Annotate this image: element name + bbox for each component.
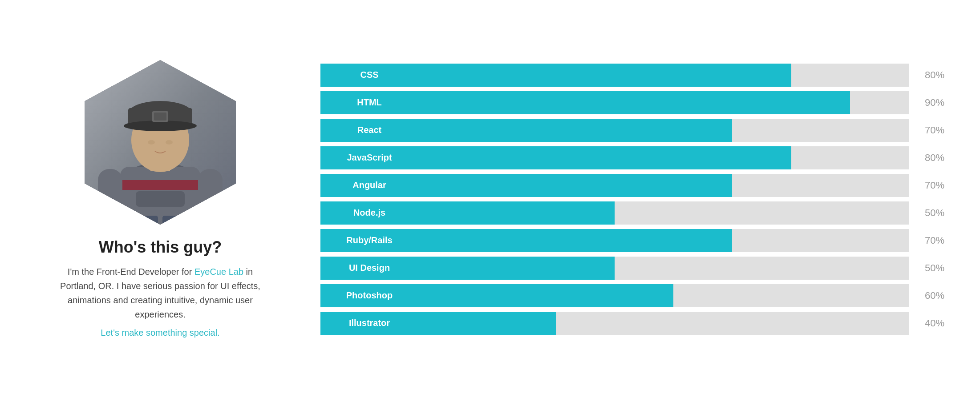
skill-label: Photoshop <box>320 284 418 307</box>
skill-label: UI Design <box>320 257 418 280</box>
skill-row: HTML90% <box>320 91 944 114</box>
skill-bar-photoshop: Photoshop <box>320 284 909 307</box>
description-part1: I'm the Front-End Developer for <box>68 267 194 277</box>
skill-fill <box>418 91 850 114</box>
skill-percent-label: 50% <box>909 207 944 219</box>
skill-label: Angular <box>320 174 418 197</box>
skill-fill <box>418 64 791 87</box>
svg-point-16 <box>148 140 155 145</box>
skill-label: Ruby/Rails <box>320 229 418 252</box>
skill-row: Angular70% <box>320 174 944 197</box>
skill-bar-angular: Angular <box>320 174 909 197</box>
skill-percent-label: 70% <box>909 180 944 191</box>
skill-label: CSS <box>320 64 418 87</box>
skill-row: Photoshop60% <box>320 284 944 307</box>
profile-image-wrapper <box>85 60 236 225</box>
skill-fill <box>418 119 732 142</box>
left-panel: Who's this guy? I'm the Front-End Develo… <box>36 60 285 338</box>
skill-fill <box>418 146 791 169</box>
svg-rect-18 <box>98 169 122 213</box>
svg-rect-25 <box>162 216 191 225</box>
skill-row: JavaScript80% <box>320 146 944 169</box>
svg-point-21 <box>200 208 220 224</box>
skill-row: Ruby/Rails70% <box>320 229 944 252</box>
profile-svg <box>85 60 236 225</box>
hexagon-clip <box>85 60 236 225</box>
skill-row: Illustrator40% <box>320 312 944 335</box>
skill-percent-label: 80% <box>909 152 944 164</box>
svg-rect-23 <box>204 211 216 219</box>
description-text: I'm the Front-End Developer for EyeCue L… <box>53 265 267 322</box>
skill-percent-label: 50% <box>909 262 944 274</box>
skill-bar-ruby-rails: Ruby/Rails <box>320 229 909 252</box>
skill-row: Node.js50% <box>320 201 944 225</box>
svg-point-13 <box>124 121 197 131</box>
svg-rect-15 <box>154 113 166 121</box>
skill-label: JavaScript <box>320 146 418 169</box>
section-heading: Who's this guy? <box>99 238 222 257</box>
skill-bar-ui-design: UI Design <box>320 257 909 280</box>
skill-fill <box>418 174 732 197</box>
cta-link[interactable]: Let's make something special. <box>101 328 219 338</box>
skill-percent-label: 60% <box>909 290 944 302</box>
skill-fill <box>418 229 732 252</box>
skill-label: React <box>320 119 418 142</box>
svg-rect-8 <box>136 191 185 207</box>
skill-percent-label: 70% <box>909 125 944 136</box>
skill-percent-label: 70% <box>909 235 944 246</box>
skill-label: Illustrator <box>320 312 418 335</box>
skill-percent-label: 80% <box>909 69 944 81</box>
svg-point-20 <box>100 208 120 224</box>
skill-bar-illustrator: Illustrator <box>320 312 909 335</box>
svg-rect-7 <box>120 180 200 190</box>
skills-panel: CSS80%HTML90%React70%JavaScript80%Angula… <box>320 64 944 335</box>
svg-rect-19 <box>198 169 223 213</box>
skill-bar-node-js: Node.js <box>320 201 909 225</box>
svg-rect-24 <box>129 216 158 225</box>
skill-fill <box>418 201 615 225</box>
skill-fill <box>418 257 615 280</box>
skill-percent-label: 90% <box>909 97 944 109</box>
skill-row: UI Design50% <box>320 257 944 280</box>
skill-bar-html: HTML <box>320 91 909 114</box>
skill-row: CSS80% <box>320 64 944 87</box>
skill-fill <box>418 284 673 307</box>
skill-row: React70% <box>320 119 944 142</box>
skill-bar-react: React <box>320 119 909 142</box>
svg-point-17 <box>166 140 173 145</box>
skill-percent-label: 40% <box>909 318 944 329</box>
skill-label: Node.js <box>320 201 418 225</box>
skill-bar-css: CSS <box>320 64 909 87</box>
skill-label: HTML <box>320 91 418 114</box>
skill-fill <box>418 312 556 335</box>
svg-rect-22 <box>203 210 217 220</box>
skill-bar-javascript: JavaScript <box>320 146 909 169</box>
page-container: Who's this guy? I'm the Front-End Develo… <box>0 42 980 356</box>
eyecue-link[interactable]: EyeCue Lab <box>194 267 243 277</box>
